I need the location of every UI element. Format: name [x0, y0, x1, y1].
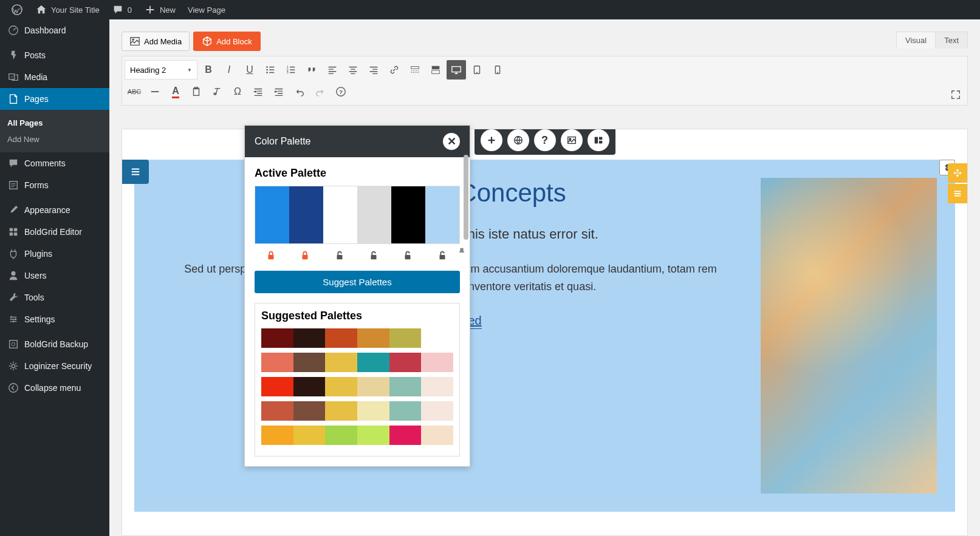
bullist-button[interactable] — [261, 60, 280, 80]
sidebar-item-settings[interactable]: Settings — [0, 308, 109, 330]
tab-text[interactable]: Text — [935, 32, 967, 49]
lock-open-icon[interactable] — [368, 250, 380, 263]
outdent-button[interactable] — [248, 82, 268, 101]
mobile-view-button[interactable] — [488, 60, 507, 80]
sidebar-item-pages[interactable]: Pages — [0, 88, 109, 110]
color-palette-panel: Color Palette ✕ Active Palette Suggest P… — [244, 125, 470, 467]
sidebar-submenu: All Pages Add New — [0, 110, 109, 152]
sidebar-item-posts[interactable]: Posts — [0, 44, 109, 66]
panel-title: Color Palette — [255, 136, 311, 147]
svg-rect-33 — [269, 255, 274, 259]
bold-button[interactable]: B — [199, 60, 218, 80]
palette-swatch[interactable] — [357, 186, 391, 243]
help-button[interactable]: ? — [331, 82, 351, 101]
link-button[interactable] — [385, 60, 404, 80]
suggested-palette[interactable] — [261, 426, 453, 445]
sidebar-sub-add-new[interactable]: Add New — [0, 131, 109, 148]
add-element-button[interactable] — [481, 129, 502, 151]
alignright-button[interactable] — [364, 60, 383, 80]
globe-button[interactable] — [507, 129, 529, 151]
alignleft-button[interactable] — [323, 60, 342, 80]
wp-logo[interactable] — [5, 0, 29, 19]
suggest-palettes-button[interactable]: Suggest Palettes — [255, 271, 460, 293]
sidebar-item-boldgrid-editor[interactable]: BoldGrid Editor — [0, 221, 109, 243]
undo-button[interactable] — [290, 82, 309, 101]
svg-text:3: 3 — [287, 70, 289, 74]
fullscreen-button[interactable] — [947, 86, 964, 103]
indent-button[interactable] — [269, 82, 289, 101]
sidebar-item-media[interactable]: Media — [0, 66, 109, 88]
palette-swatch[interactable] — [323, 186, 357, 243]
clearformat-button[interactable] — [207, 82, 227, 101]
collapse-icon — [7, 382, 19, 394]
svg-rect-15 — [411, 67, 419, 69]
sidebar-item-forms[interactable]: Forms — [0, 174, 109, 196]
desktop-view-button[interactable] — [447, 60, 466, 80]
active-palette[interactable] — [255, 186, 460, 244]
sidebar-item-loginizer[interactable]: Loginizer Security — [0, 355, 109, 377]
sidebar-item-collapse[interactable]: Collapse menu — [0, 377, 109, 399]
image-button[interactable] — [561, 129, 583, 151]
textcolor-button[interactable]: A — [166, 82, 185, 101]
section-menu-tab[interactable] — [122, 160, 149, 184]
underline-button[interactable]: U — [240, 60, 259, 80]
site-home[interactable]: Your Site Title — [29, 0, 106, 19]
redo-button[interactable] — [310, 82, 330, 101]
sidebar-item-users[interactable]: Users — [0, 265, 109, 287]
sidebar-sub-all-pages[interactable]: All Pages — [0, 115, 109, 131]
layout-button[interactable] — [588, 129, 609, 151]
sidebar-item-appearance[interactable]: Appearance — [0, 199, 109, 221]
lock-open-icon[interactable] — [402, 250, 414, 263]
suggested-palette[interactable] — [261, 328, 453, 348]
aligncenter-button[interactable] — [343, 60, 363, 80]
charmap-button[interactable]: Ω — [228, 82, 247, 101]
block-toolbar: ? — [475, 129, 615, 155]
svg-rect-38 — [439, 255, 445, 259]
suggested-palette[interactable] — [261, 377, 453, 396]
paste-button[interactable] — [187, 82, 206, 101]
lock-open-icon[interactable] — [334, 250, 346, 263]
hr-button[interactable] — [145, 82, 165, 101]
format-select[interactable]: Heading 2 — [125, 60, 197, 80]
edge-controls — [948, 163, 967, 205]
palette-swatch[interactable] — [425, 186, 459, 243]
svg-rect-17 — [432, 70, 440, 73]
close-panel-button[interactable]: ✕ — [443, 133, 460, 150]
suggested-title: Suggested Palettes — [261, 310, 453, 322]
new-content[interactable]: New — [138, 0, 182, 19]
active-palette-title: Active Palette — [255, 167, 460, 180]
palette-swatch[interactable] — [255, 186, 289, 243]
comments-link[interactable]: 0 — [106, 0, 138, 19]
help-button-float[interactable]: ? — [534, 129, 556, 151]
svg-point-5 — [12, 342, 15, 345]
svg-rect-18 — [452, 67, 461, 72]
italic-button[interactable]: I — [219, 60, 239, 80]
section-image[interactable] — [761, 178, 937, 494]
numlist-button[interactable]: 123 — [281, 60, 301, 80]
pin-palette-button[interactable] — [456, 247, 467, 260]
view-page[interactable]: View Page — [182, 0, 231, 19]
blockquote-button[interactable] — [302, 60, 321, 80]
tab-visual[interactable]: Visual — [897, 32, 935, 49]
palette-swatch[interactable] — [289, 186, 323, 243]
more-button[interactable] — [405, 60, 425, 80]
move-button[interactable] — [948, 163, 967, 183]
sidebar-item-plugins[interactable]: Plugins — [0, 243, 109, 265]
sidebar-item-dashboard[interactable]: Dashboard — [0, 19, 109, 41]
sidebar-item-comments[interactable]: Comments — [0, 152, 109, 174]
lock-open-icon[interactable] — [437, 250, 449, 263]
panel-scrollbar[interactable] — [464, 155, 468, 240]
add-media-button[interactable]: Add Media — [122, 32, 190, 51]
add-block-button[interactable]: Add Block — [193, 32, 261, 51]
sidebar-item-boldgrid-backup[interactable]: BoldGrid Backup — [0, 333, 109, 355]
lock-closed-icon[interactable] — [266, 250, 278, 263]
lock-closed-icon[interactable] — [300, 250, 312, 263]
suggested-palette[interactable] — [261, 353, 453, 372]
toolbar-toggle-button[interactable] — [426, 60, 445, 80]
menu-button[interactable] — [948, 184, 967, 203]
strikethrough-button[interactable]: ABC — [125, 82, 144, 101]
suggested-palette[interactable] — [261, 401, 453, 421]
tablet-view-button[interactable] — [467, 60, 487, 80]
palette-swatch[interactable] — [391, 186, 425, 243]
sidebar-item-tools[interactable]: Tools — [0, 287, 109, 308]
